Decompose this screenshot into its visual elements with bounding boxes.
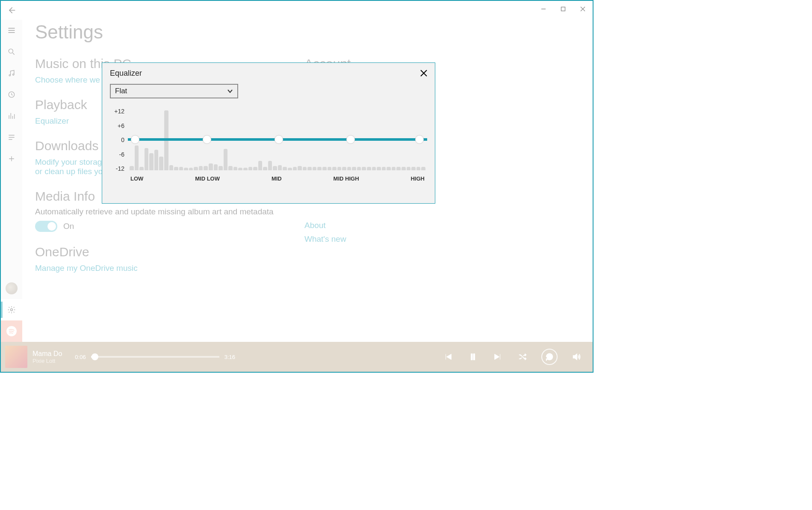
band-label: MID [272,175,282,182]
close-icon [580,6,585,12]
media-info-toggle[interactable] [35,221,57,232]
band-label: LOW [130,175,143,182]
y-axis-ticks: +12 +6 0 -6 -12 [110,108,128,172]
maximize-icon [561,6,566,12]
media-info-text: Automatically retrieve and update missin… [35,207,283,216]
search-button[interactable] [1,41,22,62]
band-label: MID HIGH [334,175,359,182]
svg-point-5 [11,309,13,311]
whats-new-link[interactable]: What's new [304,234,351,244]
eq-slider-mid[interactable] [275,135,283,144]
close-icon [420,69,428,77]
y-tick: 0 [110,136,128,143]
time-elapsed: 0:06 [75,354,86,360]
search-icon [7,47,16,56]
page-title: Settings [35,21,580,43]
hamburger-icon [7,26,16,35]
maximize-button[interactable] [553,1,573,17]
y-tick: -6 [110,151,128,158]
avatar-icon [6,282,18,294]
sidebar [1,20,22,342]
player-bar: Mama Do Pixie Lott 0:06 3:16 [1,342,593,372]
next-button[interactable] [492,351,504,363]
music-note-icon [7,69,16,77]
spotify-icon [6,326,17,337]
svg-point-1 [9,49,13,53]
repeat-button[interactable] [541,349,558,365]
band-label: MID LOW [195,175,220,182]
plus-icon [7,154,16,163]
hamburger-button[interactable] [1,20,22,41]
minimize-button[interactable] [534,1,553,17]
chevron-down-icon [227,88,233,94]
my-music-button[interactable] [1,62,22,84]
pause-button[interactable] [467,351,479,363]
arrow-left-icon [7,6,16,15]
preset-dropdown[interactable]: Flat [110,84,238,98]
volume-button[interactable] [570,351,582,363]
add-button[interactable] [1,148,22,169]
gear-icon [7,305,16,314]
equalizer-graph: LOW MID LOW MID MID HIGH HIGH [128,106,427,187]
volume-icon [572,352,581,362]
shuffle-button[interactable] [517,351,529,363]
progress-thumb[interactable] [92,353,98,360]
now-playing-button[interactable] [1,105,22,127]
playlist-icon [7,133,16,142]
time-total: 3:16 [224,354,235,360]
clock-icon [7,90,16,99]
preset-value: Flat [115,87,127,95]
eq-slider-midlow[interactable] [203,135,211,144]
close-button[interactable] [573,1,593,17]
manage-onedrive-link[interactable]: Manage my OneDrive music [35,264,283,273]
media-info-toggle-label: On [63,222,74,231]
album-art[interactable] [5,346,27,368]
svg-point-2 [9,74,10,76]
skip-next-icon [493,352,502,362]
y-tick: -12 [110,165,128,172]
settings-button[interactable] [1,299,22,320]
y-tick: +12 [110,108,128,115]
dialog-title: Equalizer [110,69,427,78]
svg-point-3 [13,74,14,75]
eq-slider-low[interactable] [131,135,139,144]
pause-icon [468,352,478,362]
minimize-icon [541,6,546,12]
equalizer-bars-icon [7,112,16,120]
section-onedrive: OneDrive [35,245,283,259]
band-label: HIGH [410,175,425,182]
dialog-close-button[interactable] [417,66,431,80]
about-link[interactable]: About [304,221,351,230]
window-titlebar [22,1,593,17]
progress-slider[interactable] [91,356,219,358]
svg-rect-0 [561,7,565,11]
skip-previous-icon [443,352,453,362]
equalizer-dialog: Equalizer Flat +12 +6 0 -6 -12 LOW MID L… [102,62,435,204]
y-tick: +6 [110,122,128,129]
eq-slider-high[interactable] [415,135,424,144]
spotify-button[interactable] [1,320,22,342]
account-avatar[interactable] [1,278,22,299]
previous-button[interactable] [442,351,454,363]
recent-plays-button[interactable] [1,84,22,105]
track-title: Mama Do [32,350,62,358]
track-artist: Pixie Lott [32,358,62,364]
repeat-icon [545,352,554,362]
shuffle-icon [518,352,527,362]
eq-slider-midhigh[interactable] [346,135,355,144]
playlists-button[interactable] [1,127,22,148]
band-labels: LOW MID LOW MID MID HIGH HIGH [128,175,427,182]
back-button[interactable] [1,1,22,20]
